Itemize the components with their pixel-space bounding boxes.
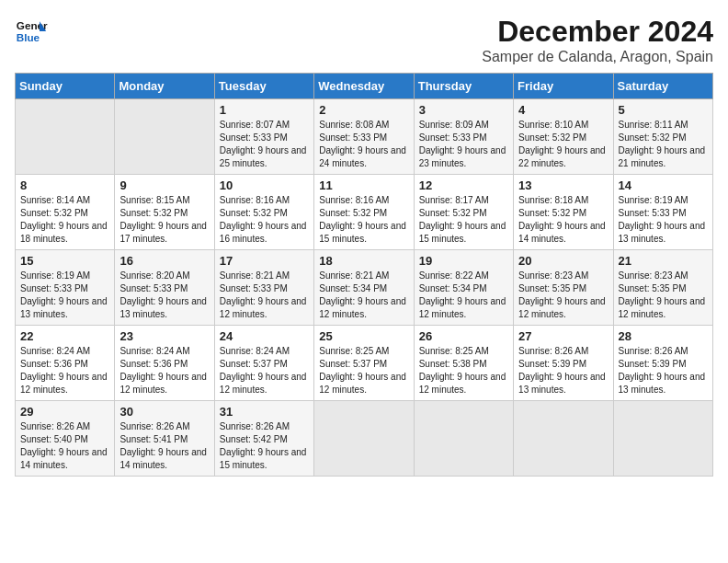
calendar-cell: 19Sunrise: 8:22 AMSunset: 5:34 PMDayligh…	[414, 250, 513, 326]
calendar-cell	[314, 401, 414, 477]
day-info: Sunrise: 8:23 AMSunset: 5:35 PMDaylight:…	[619, 270, 708, 321]
calendar-cell	[514, 401, 613, 477]
day-info: Sunrise: 8:11 AMSunset: 5:32 PMDaylight:…	[619, 119, 708, 170]
calendar-cell: 15Sunrise: 8:19 AMSunset: 5:33 PMDayligh…	[16, 250, 115, 326]
day-info: Sunrise: 8:26 AMSunset: 5:41 PMDaylight:…	[119, 420, 209, 472]
logo-icon: General Blue	[15, 15, 48, 48]
day-number: 13	[518, 178, 608, 192]
day-number: 2	[319, 103, 408, 117]
day-number: 16	[119, 254, 209, 268]
weekday-header-tuesday: Tuesday	[214, 74, 313, 99]
calendar-cell: 23Sunrise: 8:24 AMSunset: 5:36 PMDayligh…	[115, 326, 214, 401]
svg-text:Blue: Blue	[17, 31, 40, 43]
weekday-header-thursday: Thursday	[414, 74, 513, 99]
day-info: Sunrise: 8:26 AMSunset: 5:39 PMDaylight:…	[518, 345, 608, 396]
calendar-cell: 16Sunrise: 8:20 AMSunset: 5:33 PMDayligh…	[115, 250, 214, 326]
calendar-cell: 2Sunrise: 8:08 AMSunset: 5:33 PMDaylight…	[314, 99, 414, 175]
weekday-header-wednesday: Wednesday	[314, 74, 414, 99]
day-info: Sunrise: 8:26 AMSunset: 5:42 PMDaylight:…	[220, 420, 309, 472]
day-info: Sunrise: 8:15 AMSunset: 5:32 PMDaylight:…	[119, 194, 209, 246]
calendar-cell: 8Sunrise: 8:14 AMSunset: 5:32 PMDaylight…	[16, 175, 115, 250]
calendar-cell: 29Sunrise: 8:26 AMSunset: 5:40 PMDayligh…	[16, 401, 115, 477]
day-info: Sunrise: 8:19 AMSunset: 5:33 PMDaylight:…	[619, 194, 708, 246]
calendar-cell: 28Sunrise: 8:26 AMSunset: 5:39 PMDayligh…	[613, 326, 712, 401]
day-number: 23	[119, 329, 209, 343]
day-number: 25	[319, 329, 408, 343]
calendar-cell: 22Sunrise: 8:24 AMSunset: 5:36 PMDayligh…	[16, 326, 115, 401]
day-info: Sunrise: 8:19 AMSunset: 5:33 PMDaylight:…	[20, 270, 109, 321]
calendar-week-row: 8Sunrise: 8:14 AMSunset: 5:32 PMDaylight…	[16, 175, 713, 250]
day-number: 1	[220, 103, 309, 117]
day-info: Sunrise: 8:17 AMSunset: 5:32 PMDaylight:…	[419, 194, 508, 246]
day-number: 31	[220, 405, 309, 419]
calendar-cell: 17Sunrise: 8:21 AMSunset: 5:33 PMDayligh…	[214, 250, 313, 326]
calendar-cell	[115, 99, 214, 175]
month-title: December 2024	[482, 15, 713, 49]
calendar-week-row: 1Sunrise: 8:07 AMSunset: 5:33 PMDaylight…	[16, 99, 713, 175]
calendar-cell: 30Sunrise: 8:26 AMSunset: 5:41 PMDayligh…	[115, 401, 214, 477]
day-info: Sunrise: 8:20 AMSunset: 5:33 PMDaylight:…	[119, 270, 209, 321]
calendar-cell: 18Sunrise: 8:21 AMSunset: 5:34 PMDayligh…	[314, 250, 414, 326]
calendar-cell	[414, 401, 513, 477]
weekday-header-row: SundayMondayTuesdayWednesdayThursdayFrid…	[16, 74, 713, 99]
day-info: Sunrise: 8:25 AMSunset: 5:37 PMDaylight:…	[319, 345, 408, 396]
calendar-cell: 5Sunrise: 8:11 AMSunset: 5:32 PMDaylight…	[613, 99, 712, 175]
day-info: Sunrise: 8:08 AMSunset: 5:33 PMDaylight:…	[319, 119, 408, 170]
calendar-cell	[16, 99, 115, 175]
calendar-week-row: 22Sunrise: 8:24 AMSunset: 5:36 PMDayligh…	[16, 326, 713, 401]
weekday-header-sunday: Sunday	[16, 74, 115, 99]
location-title: Samper de Calanda, Aragon, Spain	[482, 49, 713, 65]
day-number: 27	[518, 329, 608, 343]
calendar-table: SundayMondayTuesdayWednesdayThursdayFrid…	[15, 73, 713, 477]
day-number: 26	[419, 329, 508, 343]
day-number: 15	[20, 254, 109, 268]
day-number: 14	[619, 178, 708, 192]
calendar-cell: 21Sunrise: 8:23 AMSunset: 5:35 PMDayligh…	[613, 250, 712, 326]
calendar-cell: 14Sunrise: 8:19 AMSunset: 5:33 PMDayligh…	[613, 175, 712, 250]
day-info: Sunrise: 8:21 AMSunset: 5:33 PMDaylight:…	[220, 270, 309, 321]
calendar-cell: 31Sunrise: 8:26 AMSunset: 5:42 PMDayligh…	[214, 401, 313, 477]
day-info: Sunrise: 8:24 AMSunset: 5:36 PMDaylight:…	[119, 345, 209, 396]
day-info: Sunrise: 8:07 AMSunset: 5:33 PMDaylight:…	[220, 119, 309, 170]
day-info: Sunrise: 8:16 AMSunset: 5:32 PMDaylight:…	[319, 194, 408, 246]
day-number: 3	[419, 103, 508, 117]
day-number: 12	[419, 178, 508, 192]
day-number: 30	[119, 405, 209, 419]
calendar-cell: 1Sunrise: 8:07 AMSunset: 5:33 PMDaylight…	[214, 99, 313, 175]
day-number: 5	[619, 103, 708, 117]
calendar-cell: 4Sunrise: 8:10 AMSunset: 5:32 PMDaylight…	[514, 99, 613, 175]
calendar-cell: 20Sunrise: 8:23 AMSunset: 5:35 PMDayligh…	[514, 250, 613, 326]
day-number: 22	[20, 329, 109, 343]
calendar-cell: 3Sunrise: 8:09 AMSunset: 5:33 PMDaylight…	[414, 99, 513, 175]
day-info: Sunrise: 8:14 AMSunset: 5:32 PMDaylight:…	[20, 194, 109, 246]
calendar-cell: 25Sunrise: 8:25 AMSunset: 5:37 PMDayligh…	[314, 326, 414, 401]
day-number: 17	[220, 254, 309, 268]
calendar-cell: 24Sunrise: 8:24 AMSunset: 5:37 PMDayligh…	[214, 326, 313, 401]
day-info: Sunrise: 8:24 AMSunset: 5:37 PMDaylight:…	[220, 345, 309, 396]
day-info: Sunrise: 8:25 AMSunset: 5:38 PMDaylight:…	[419, 345, 508, 396]
calendar-cell	[613, 401, 712, 477]
calendar-cell: 26Sunrise: 8:25 AMSunset: 5:38 PMDayligh…	[414, 326, 513, 401]
calendar-cell: 27Sunrise: 8:26 AMSunset: 5:39 PMDayligh…	[514, 326, 613, 401]
calendar-week-row: 29Sunrise: 8:26 AMSunset: 5:40 PMDayligh…	[16, 401, 713, 477]
day-info: Sunrise: 8:09 AMSunset: 5:33 PMDaylight:…	[419, 119, 508, 170]
day-info: Sunrise: 8:22 AMSunset: 5:34 PMDaylight:…	[419, 270, 508, 321]
day-info: Sunrise: 8:23 AMSunset: 5:35 PMDaylight:…	[518, 270, 608, 321]
calendar-cell: 12Sunrise: 8:17 AMSunset: 5:32 PMDayligh…	[414, 175, 513, 250]
calendar-cell: 10Sunrise: 8:16 AMSunset: 5:32 PMDayligh…	[214, 175, 313, 250]
day-number: 28	[619, 329, 708, 343]
day-number: 11	[319, 178, 408, 192]
weekday-header-friday: Friday	[514, 74, 613, 99]
day-info: Sunrise: 8:26 AMSunset: 5:40 PMDaylight:…	[20, 420, 109, 472]
day-info: Sunrise: 8:24 AMSunset: 5:36 PMDaylight:…	[20, 345, 109, 396]
calendar-cell: 9Sunrise: 8:15 AMSunset: 5:32 PMDaylight…	[115, 175, 214, 250]
calendar-week-row: 15Sunrise: 8:19 AMSunset: 5:33 PMDayligh…	[16, 250, 713, 326]
day-info: Sunrise: 8:10 AMSunset: 5:32 PMDaylight:…	[518, 119, 608, 170]
title-area: December 2024 Samper de Calanda, Aragon,…	[482, 15, 713, 65]
day-number: 9	[119, 178, 209, 192]
day-number: 21	[619, 254, 708, 268]
weekday-header-saturday: Saturday	[613, 74, 712, 99]
day-number: 8	[20, 178, 109, 192]
calendar-cell: 11Sunrise: 8:16 AMSunset: 5:32 PMDayligh…	[314, 175, 414, 250]
day-number: 20	[518, 254, 608, 268]
